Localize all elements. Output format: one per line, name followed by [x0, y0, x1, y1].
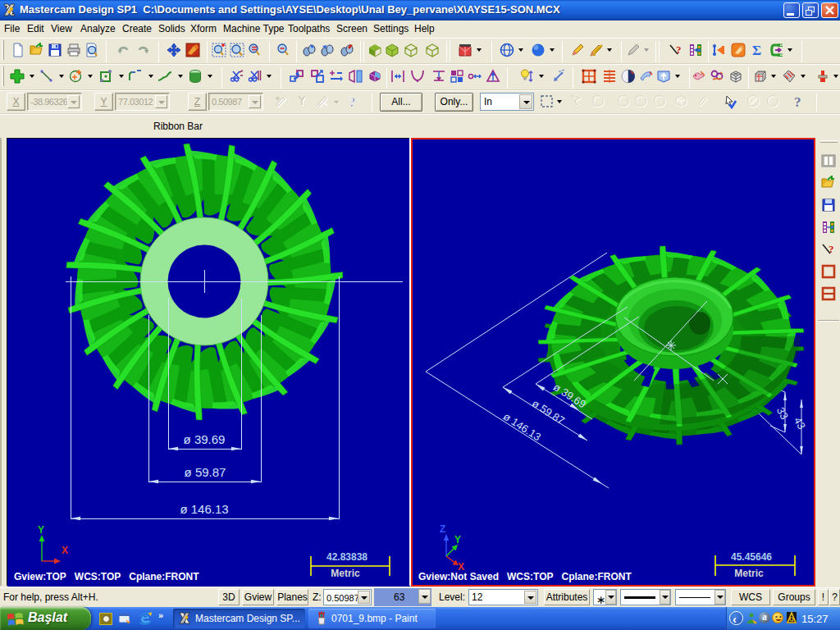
- svg-text:ø 59.87: ø 59.87: [185, 465, 226, 479]
- svg-text:42.83838: 42.83838: [326, 551, 368, 563]
- svg-text:Y: Y: [454, 534, 461, 546]
- svg-text:ø 39.69: ø 39.69: [184, 432, 226, 446]
- svg-text:?: ?: [349, 94, 356, 109]
- svg-text:Σ: Σ: [752, 43, 761, 57]
- svg-text:Z: Z: [440, 523, 445, 535]
- svg-text:45.45646: 45.45646: [731, 551, 772, 563]
- svg-text:Y: Y: [38, 524, 44, 536]
- svg-text:Metric: Metric: [734, 568, 764, 579]
- svg-text:Metric: Metric: [331, 568, 360, 579]
- svg-text:Gview:Not Saved WCS:TOP Cp: Gview:Not Saved WCS:TOP Cplane:FRONT: [418, 571, 632, 582]
- svg-text:X: X: [62, 545, 68, 556]
- svg-text:ø 146.13: ø 146.13: [180, 502, 228, 516]
- svg-text:?: ?: [794, 94, 801, 109]
- svg-text:?: ?: [829, 243, 834, 255]
- svg-text:Gview:TOP WCS:TOP Cplane:F: Gview:TOP WCS:TOP Cplane:FRONT: [14, 571, 199, 582]
- svg-text:?: ?: [676, 43, 682, 56]
